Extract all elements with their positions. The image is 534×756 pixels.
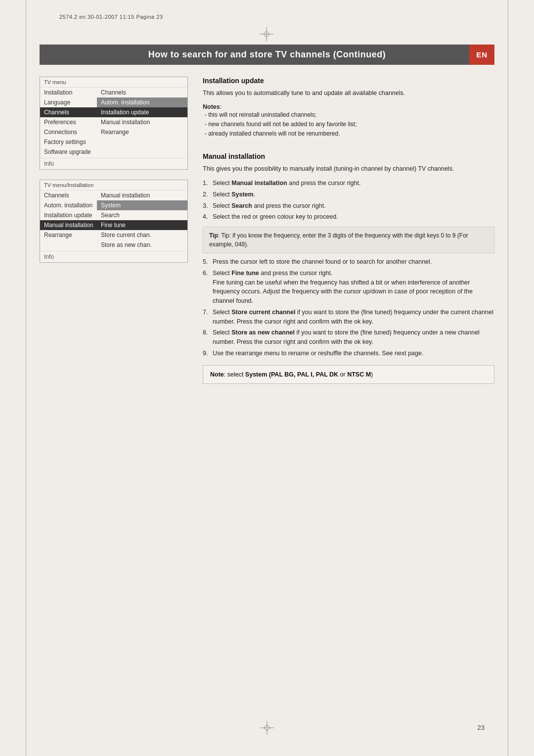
menu2-fine-tune[interactable]: Fine tune xyxy=(97,220,187,230)
step-8: 8. Select Store as new channel if you wa… xyxy=(203,328,494,347)
section1-intro: This allows you to automatically tune to… xyxy=(203,89,494,98)
step-2-num: 2. xyxy=(203,190,208,199)
menu1-connections: Connections xyxy=(40,127,97,137)
menu1-software-upgrade: Software upgrade xyxy=(40,147,97,157)
step-2-bold: System xyxy=(231,191,253,198)
tip-box: Tip: Tip: if you know the frequency, ent… xyxy=(203,227,494,253)
doc-meta: 2574.2 en 30-01-2007 11:15 Pagina 23 xyxy=(59,14,163,20)
menu1-left-col: Installation Language Channels Preferenc… xyxy=(40,88,97,157)
step-6-bold: Fine tune xyxy=(231,270,259,277)
menu2-title: TV menu/Installation xyxy=(40,180,187,190)
title-banner: How to search for and store TV channels … xyxy=(40,45,494,65)
note-bottom-label: Note xyxy=(210,371,224,378)
menu1-installation: Installation xyxy=(40,88,97,97)
menu2-right-col: Manual installation System Search Fine t… xyxy=(97,190,187,250)
section1-heading: Installation update xyxy=(203,77,494,85)
menu2-search[interactable]: Search xyxy=(97,210,187,220)
section2-intro: This gives you the possibility to manual… xyxy=(203,164,494,174)
menu1-right-col: Channels Autom. installation Installatio… xyxy=(97,88,187,157)
main-content: TV menu Installation Language Channels P… xyxy=(40,77,494,384)
tip-text: Tip: if you know the frequency, enter th… xyxy=(209,232,468,248)
menu1-info: Info xyxy=(40,158,187,169)
menu1-rearrange[interactable]: Rearrange xyxy=(97,127,187,137)
step-7-bold: Store current channel xyxy=(231,309,295,316)
menu2-manual-installation-header: Manual installation xyxy=(97,190,187,200)
menu2-rearrange: Rearrange xyxy=(40,230,97,240)
menu2-autom-installation: Autom. installation xyxy=(40,200,97,210)
step-5: 5. Press the cursor left to store the ch… xyxy=(203,257,494,267)
left-column: TV menu Installation Language Channels P… xyxy=(40,77,188,384)
tv-menu-box: TV menu Installation Language Channels P… xyxy=(40,77,188,170)
page-container: 2574.2 en 30-01-2007 11:15 Pagina 23 How… xyxy=(0,0,534,756)
menu1-preferences: Preferences xyxy=(40,117,97,127)
step-2: 2. Select System. xyxy=(203,190,494,199)
step-9: 9. Use the rearrange menu to rename or r… xyxy=(203,349,494,358)
menu2-store-current[interactable]: Store current chan. xyxy=(97,230,187,240)
section-spacer xyxy=(203,139,494,152)
step-7-num: 7. xyxy=(203,308,208,317)
step-3-bold: Search xyxy=(231,202,252,209)
menu1-factory-settings: Factory settings xyxy=(40,137,97,147)
step-8-num: 8. xyxy=(203,328,208,337)
notes-block: Notes: - this will not reinstall uninsta… xyxy=(203,103,494,139)
step-1-bold: Manual installation xyxy=(231,180,287,187)
right-column: Installation update This allows you to a… xyxy=(203,77,494,384)
note-bottom-text: System (PAL BG, PAL I, PAL DK xyxy=(245,371,338,378)
note-3: - already installed channels will not be… xyxy=(203,129,494,139)
menu1-manual-installation[interactable]: Manual installation xyxy=(97,117,187,127)
step-1: 1. Select Manual installation and press … xyxy=(203,179,494,188)
en-badge: EN xyxy=(469,45,494,65)
note-bottom-box: Note: select System (PAL BG, PAL I, PAL … xyxy=(203,365,494,384)
menu2-installation-update: Installation update xyxy=(40,210,97,220)
menu2-manual-installation[interactable]: Manual installation xyxy=(40,220,97,230)
left-edge-line xyxy=(26,0,26,756)
menu1-autom-installation[interactable]: Autom. installation xyxy=(97,97,187,107)
menu2-store-new[interactable]: Store as new chan. xyxy=(97,240,187,250)
step-4: 4. Select the red or green colour key to… xyxy=(203,212,494,222)
step-9-num: 9. xyxy=(203,349,208,358)
menu2-channels-header: Channels xyxy=(40,190,97,200)
section2-heading: Manual installation xyxy=(203,152,494,160)
notes-colon: : xyxy=(220,103,222,110)
menu2-left-col: Channels Autom. installation Installatio… xyxy=(40,190,97,250)
step-5-num: 5. xyxy=(203,257,208,267)
tv-menu-installation-box: TV menu/Installation Channels Autom. ins… xyxy=(40,180,188,263)
step-6: 6. Select Fine tune and press the cursor… xyxy=(203,269,494,306)
menu1-title: TV menu xyxy=(40,77,187,88)
step-1-num: 1. xyxy=(203,179,208,188)
step-4-num: 4. xyxy=(203,212,208,222)
note-1: - this will not reinstall uninstalled ch… xyxy=(203,110,494,120)
menu2-info: Info xyxy=(40,251,187,262)
tip-label: Tip xyxy=(209,232,218,239)
step-3-num: 3. xyxy=(203,201,208,211)
menu2-row: Channels Autom. installation Installatio… xyxy=(40,190,187,250)
menu1-row: Installation Language Channels Preferenc… xyxy=(40,88,187,157)
crosshair-top xyxy=(260,27,274,42)
steps-list-2: 5. Press the cursor left to store the ch… xyxy=(203,257,494,358)
step-8-bold: Store as new channel xyxy=(231,329,295,336)
step-6-num: 6. xyxy=(203,269,208,278)
notes-label: Notes xyxy=(203,103,220,110)
menu1-language: Language xyxy=(40,97,97,107)
menu1-right-channels: Channels xyxy=(97,88,187,97)
title-text: How to search for and store TV channels … xyxy=(148,49,386,59)
crosshair-bottom xyxy=(260,721,274,736)
steps-list: 1. Select Manual installation and press … xyxy=(203,179,494,222)
menu1-installation-update[interactable]: Installation update xyxy=(97,107,187,117)
note-ntsc: NTSC M xyxy=(347,371,371,378)
menu2-system[interactable]: System xyxy=(97,200,187,210)
step-7: 7. Select Store current channel if you w… xyxy=(203,308,494,327)
right-edge-line xyxy=(508,0,508,756)
menu1-channels[interactable]: Channels xyxy=(40,107,97,117)
step-3: 3. Select Search and press the cursor ri… xyxy=(203,201,494,211)
note-2: - new channels found will not be added t… xyxy=(203,120,494,129)
page-number: 23 xyxy=(478,724,485,731)
